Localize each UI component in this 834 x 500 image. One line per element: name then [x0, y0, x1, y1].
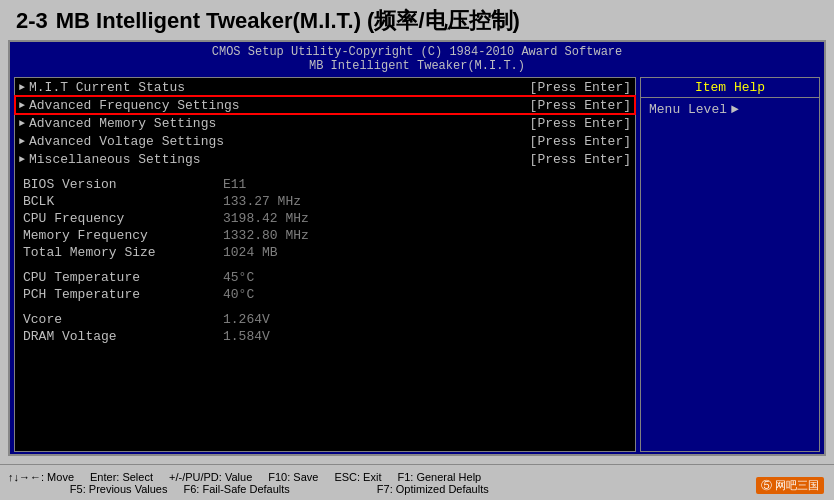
side-panel-content: Menu Level ► — [641, 98, 819, 121]
info-row-cpu-temp: CPU Temperature 45°C — [15, 269, 635, 286]
info-label-total-mem: Total Memory Size — [23, 245, 223, 260]
menu-value-advanced-freq: [Press Enter] — [522, 98, 631, 113]
side-panel: Item Help Menu Level ► — [640, 77, 820, 452]
info-label-pch-temp: PCH Temperature — [23, 287, 223, 302]
info-row-dram-volt: DRAM Voltage 1.584V — [15, 328, 635, 345]
info-row-cpu-freq: CPU Frequency 3198.42 MHz — [15, 210, 635, 227]
bios-window: CMOS Setup Utility-Copyright (C) 1984-20… — [8, 40, 826, 456]
status-save: F10: Save — [268, 471, 318, 483]
divider1 — [15, 168, 635, 176]
info-row-total-mem: Total Memory Size 1024 MB — [15, 244, 635, 261]
menu-value-misc: [Press Enter] — [522, 152, 631, 167]
status-exit: ESC: Exit — [334, 471, 381, 483]
info-value-mem-freq: 1332.80 MHz — [223, 228, 309, 243]
info-label-mem-freq: Memory Frequency — [23, 228, 223, 243]
main-container: 2-3 MB Intelligent Tweaker(M.I.T.) (频率/电… — [0, 0, 834, 500]
menu-value-advanced-mem: [Press Enter] — [522, 116, 631, 131]
watermark: ⑤ 网吧三国 — [756, 477, 824, 494]
divider3 — [15, 303, 635, 311]
menu-item-misc[interactable]: ► Miscellaneous Settings [Press Enter] — [15, 150, 635, 168]
status-failsafe: F6: Fail-Safe Defaults — [183, 483, 289, 495]
title-bar: 2-3 MB Intelligent Tweaker(M.I.T.) (频率/电… — [0, 0, 834, 40]
status-select: Enter: Select — [90, 471, 153, 483]
info-value-cpu-freq: 3198.42 MHz — [223, 211, 309, 226]
menu-label-advanced-mem: Advanced Memory Settings — [29, 116, 522, 131]
menu-label-misc: Miscellaneous Settings — [29, 152, 522, 167]
info-value-bclk: 133.27 MHz — [223, 194, 301, 209]
status-help: F1: General Help — [397, 471, 481, 483]
menu-item-mit-status[interactable]: ► M.I.T Current Status [Press Enter] — [15, 78, 635, 96]
bios-header: CMOS Setup Utility-Copyright (C) 1984-20… — [10, 42, 824, 75]
info-value-total-mem: 1024 MB — [223, 245, 278, 260]
title-number: 2-3 — [16, 8, 48, 34]
status-prev-values: F5: Previous Values — [70, 483, 168, 495]
status-move: ↑↓→←: Move — [8, 471, 74, 483]
info-label-bios: BIOS Version — [23, 177, 223, 192]
status-opt-spacer — [306, 483, 361, 495]
info-label-cpu-temp: CPU Temperature — [23, 270, 223, 285]
status-row2: F5: Previous Values F6: Fail-Safe Defaul… — [8, 483, 826, 495]
main-panel: ► M.I.T Current Status [Press Enter] ► A… — [14, 77, 636, 452]
bios-outer: CMOS Setup Utility-Copyright (C) 1984-20… — [0, 40, 834, 500]
bios-header-line2: MB Intelligent Tweaker(M.I.T.) — [10, 59, 824, 73]
info-row-pch-temp: PCH Temperature 40°C — [15, 286, 635, 303]
info-label-cpu-freq: CPU Frequency — [23, 211, 223, 226]
arrow-icon-4: ► — [19, 136, 25, 147]
menu-level-arrow-icon: ► — [731, 102, 739, 117]
info-value-pch-temp: 40°C — [223, 287, 254, 302]
menu-item-advanced-freq[interactable]: ► Advanced Frequency Settings [Press Ent… — [15, 96, 635, 114]
arrow-icon-2: ► — [19, 100, 25, 111]
info-row-bios: BIOS Version E11 — [15, 176, 635, 193]
info-row-mem-freq: Memory Frequency 1332.80 MHz — [15, 227, 635, 244]
menu-level-label: Menu Level — [649, 102, 727, 117]
menu-value-mit-status: [Press Enter] — [522, 80, 631, 95]
status-bar: ↑↓→←: Move Enter: Select +/-/PU/PD: Valu… — [0, 464, 834, 500]
menu-label-mit-status: M.I.T Current Status — [29, 80, 522, 95]
divider2 — [15, 261, 635, 269]
info-label-bclk: BCLK — [23, 194, 223, 209]
status-cols: ↑↓→←: Move Enter: Select +/-/PU/PD: Valu… — [8, 471, 826, 495]
menu-item-advanced-mem[interactable]: ► Advanced Memory Settings [Press Enter] — [15, 114, 635, 132]
status-prev-spacer — [8, 483, 54, 495]
menu-label-advanced-volt: Advanced Voltage Settings — [29, 134, 522, 149]
side-panel-title: Item Help — [641, 78, 819, 98]
bios-header-line1: CMOS Setup Utility-Copyright (C) 1984-20… — [10, 45, 824, 59]
info-value-cpu-temp: 45°C — [223, 270, 254, 285]
menu-label-advanced-freq: Advanced Frequency Settings — [29, 98, 522, 113]
info-label-vcore: Vcore — [23, 312, 223, 327]
bios-content: ► M.I.T Current Status [Press Enter] ► A… — [10, 75, 824, 454]
title-text: MB Intelligent Tweaker(M.I.T.) (频率/电压控制) — [56, 6, 520, 36]
info-row-bclk: BCLK 133.27 MHz — [15, 193, 635, 210]
info-value-vcore: 1.264V — [223, 312, 270, 327]
status-row1: ↑↓→←: Move Enter: Select +/-/PU/PD: Valu… — [8, 471, 826, 483]
status-value: +/-/PU/PD: Value — [169, 471, 252, 483]
status-optimized: F7: Optimized Defaults — [377, 483, 489, 495]
menu-value-advanced-volt: [Press Enter] — [522, 134, 631, 149]
info-value-dram-volt: 1.584V — [223, 329, 270, 344]
info-row-vcore: Vcore 1.264V — [15, 311, 635, 328]
menu-item-advanced-volt[interactable]: ► Advanced Voltage Settings [Press Enter… — [15, 132, 635, 150]
arrow-icon-5: ► — [19, 154, 25, 165]
info-value-bios: E11 — [223, 177, 246, 192]
arrow-icon-1: ► — [19, 82, 25, 93]
arrow-icon-3: ► — [19, 118, 25, 129]
info-label-dram-volt: DRAM Voltage — [23, 329, 223, 344]
